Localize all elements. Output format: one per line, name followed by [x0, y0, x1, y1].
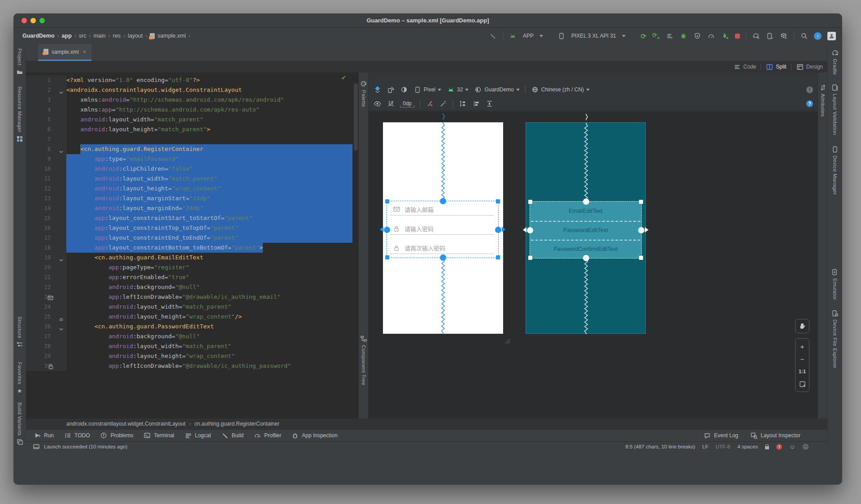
tab-sample-xml[interactable]: sample.xml × [38, 44, 91, 61]
profile-low-overhead-button[interactable] [693, 32, 701, 40]
orientation-icon[interactable] [387, 86, 395, 94]
constraint-anchor-bottom[interactable] [440, 254, 446, 261]
blueprint-widget-label[interactable]: EmailEditText [530, 202, 641, 221]
zoom-reset-button[interactable]: 1:1 [796, 366, 809, 377]
device-manager-button[interactable] [766, 32, 774, 40]
code-line[interactable]: 25 android:layout_height="wrap_content"/… [26, 312, 359, 322]
view-mode-design[interactable]: Design [796, 63, 823, 71]
autoconnect-off-icon[interactable] [387, 100, 395, 108]
edittext-field[interactable]: 请再次输入密码 [392, 243, 494, 252]
editor-gutter[interactable]: 25 [26, 312, 66, 322]
breadcrumb-item-sample-xml[interactable]: sample.xml [157, 33, 186, 39]
editor-gutter[interactable]: 12 [26, 184, 66, 194]
blueprint-preview-phone[interactable]: EmailEditTextPasswordEditTextPasswordCon… [526, 122, 646, 334]
code-line[interactable]: 20 app:pageType="register" [26, 263, 359, 272]
file-encoding[interactable]: UTF-8 [716, 444, 731, 449]
editor-gutter[interactable]: 26 [26, 322, 66, 332]
tool-tab-resource-manager[interactable]: Resource Manager [13, 86, 26, 143]
code-line[interactable]: 6 android:layout_height="match_parent"> [26, 125, 359, 134]
code-line[interactable]: 23 app:leftIconDrawable="@drawable/ic_au… [26, 292, 359, 302]
code-line[interactable]: 30 app:leftIconDrawable="@drawable/ic_au… [26, 361, 359, 371]
status-message[interactable]: Launch succeeded (10 minutes ago) [44, 444, 127, 449]
editor-gutter[interactable]: 14 [26, 203, 66, 213]
tool-tab-emulator[interactable]: Emulator [828, 268, 842, 300]
tool-window-event-log[interactable]: Event Log [703, 431, 738, 439]
tool-tab-build-variants[interactable]: Build Variants [13, 402, 26, 446]
code-line[interactable]: 5 android:layout_width="match_parent" [26, 115, 359, 125]
resize-handle[interactable] [385, 199, 389, 203]
code-line[interactable]: 18 app:layout_constraintBottom_toBottomO… [26, 243, 359, 253]
editor-gutter[interactable]: 9 [26, 154, 66, 164]
editor-gutter[interactable]: 15 [26, 213, 66, 223]
editor-gutter[interactable]: 28 [26, 341, 66, 351]
tool-window-layout-inspector[interactable]: Layout Inspector [750, 431, 800, 439]
chevron-down-icon[interactable] [622, 35, 626, 37]
blueprint-widget-label[interactable]: PasswordConfirmEditText [530, 240, 641, 259]
code-line[interactable]: 7 [26, 134, 359, 144]
code-line[interactable]: 2<androidx.constraintlayout.widget.Const… [26, 85, 359, 95]
code-line[interactable]: 16 app:layout_constraintTop_toTopOf="par… [26, 223, 359, 233]
code-line[interactable]: 9 app:type="emailPassword" [26, 154, 359, 164]
code-line[interactable]: 13 android:layout_marginStart="24dp" [26, 194, 359, 203]
editor-gutter[interactable]: 3 [26, 95, 66, 105]
zoom-out-button[interactable]: − [796, 353, 809, 365]
editor-gutter[interactable]: 30 [26, 361, 66, 371]
error-notification-icon[interactable]: ! [776, 444, 782, 450]
editor-gutter[interactable]: 10 [26, 164, 66, 174]
view-mode-split[interactable]: Split [765, 63, 786, 71]
tool-tab-gradle[interactable]: Gradle [828, 48, 842, 75]
clear-constraints-icon[interactable] [426, 100, 434, 108]
xml-breadcrumb-item[interactable]: cn.authing.guard.RegisterContainer [195, 421, 279, 427]
breadcrumb-item-layout[interactable]: layout [128, 33, 143, 39]
tool-tab-favorites[interactable]: Favorites★ [13, 362, 26, 395]
view-options-icon[interactable] [373, 100, 381, 108]
breadcrumb-item-main[interactable]: main [93, 33, 105, 39]
device-select[interactable]: PIXEL 3 XL API 31 [571, 33, 616, 39]
theme-select[interactable]: GuardDemo [474, 86, 519, 94]
canvas-resize-handle[interactable] [504, 338, 511, 344]
editor-gutter[interactable]: 6 [26, 125, 66, 134]
avatar[interactable] [827, 32, 836, 40]
editor-gutter[interactable]: 24 [26, 302, 66, 312]
code-line[interactable]: 14 android:layout_marginEnd="24dp" [26, 203, 359, 213]
code-line[interactable]: 21 app:errorEnabled="true" [26, 272, 359, 282]
run-configuration-select[interactable]: APP [523, 33, 534, 39]
edittext-field[interactable]: 请输入邮箱 [392, 205, 494, 214]
tool-window-todo[interactable]: TODO [64, 431, 90, 439]
night-mode-icon[interactable] [400, 86, 408, 94]
resize-handle[interactable] [496, 255, 500, 259]
stop-button[interactable] [735, 34, 740, 39]
run-button[interactable]: ⟳ [641, 33, 647, 39]
code-line[interactable]: 1<?xml version="1.0" encoding="utf-8"?> [26, 75, 359, 85]
tool-tab-device-file-explorer[interactable]: Device File Explorer [828, 309, 842, 368]
palette-tab[interactable]: Palette [359, 80, 368, 107]
align-icon[interactable] [472, 100, 480, 108]
design-surface-selector-icon[interactable] [373, 86, 381, 94]
code-line[interactable]: 17 app:layout_constraintEnd_toEndOf="par… [26, 233, 359, 243]
pan-tool-button[interactable] [795, 319, 809, 333]
maximize-window-button[interactable] [39, 18, 45, 23]
editor-gutter[interactable]: 22 [26, 282, 66, 292]
editor-gutter[interactable]: 21 [26, 272, 66, 282]
minimize-window-button[interactable] [30, 18, 36, 23]
tool-window-app-inspection[interactable]: App Inspection [291, 431, 337, 439]
editor-gutter[interactable]: 13 [26, 194, 66, 203]
code-editor[interactable]: 1<?xml version="1.0" encoding="utf-8"?>2… [26, 73, 359, 452]
xml-breadcrumb-item[interactable]: androidx.constraintlayout.widget.Constra… [66, 421, 186, 427]
close-window-button[interactable] [22, 18, 27, 23]
frown-face-icon[interactable]: ☹ [802, 444, 809, 450]
code-line[interactable]: 28 android:layout_width="match_parent" [26, 341, 359, 351]
editor-gutter[interactable]: 7 [26, 134, 66, 144]
caret-position[interactable]: 8:5 (487 chars, 10 line breaks) [626, 444, 695, 449]
apply-code-changes-button[interactable] [665, 32, 674, 40]
zoom-in-button[interactable]: + [796, 340, 809, 352]
locale-select[interactable]: Chinese (zh / CN) [531, 86, 590, 94]
close-icon[interactable]: × [83, 48, 87, 55]
tool-tab-structure[interactable]: Structure [13, 316, 26, 349]
editor-gutter[interactable]: 16 [26, 223, 66, 233]
code-line[interactable]: 29 android:layout_height="wrap_content" [26, 351, 359, 361]
breadcrumb-item-res[interactable]: res [113, 33, 121, 39]
component-tree-tab[interactable]: Component Tree [359, 335, 368, 385]
api-level-select[interactable]: 32 [447, 86, 469, 94]
editor-gutter[interactable]: 1 [26, 75, 66, 85]
